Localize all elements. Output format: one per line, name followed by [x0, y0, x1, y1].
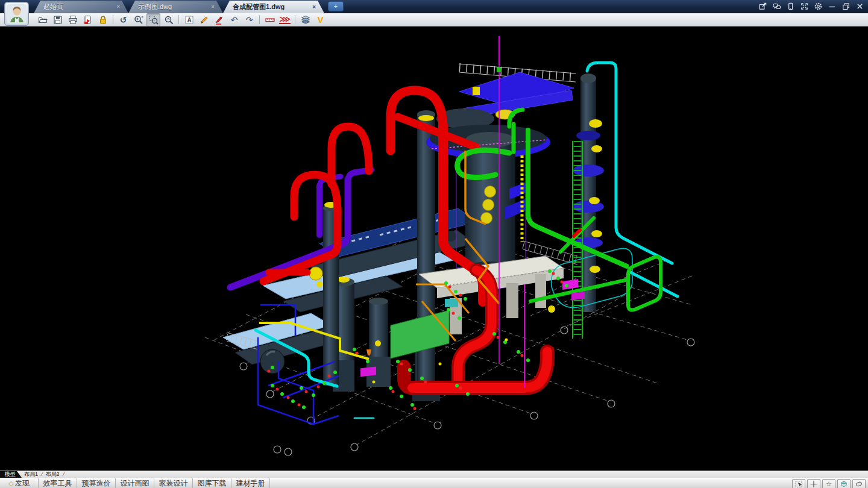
export-pdf-button[interactable]	[81, 13, 95, 27]
pencil-markup-button[interactable]	[197, 13, 211, 27]
tab-close-icon[interactable]: ×	[312, 4, 316, 10]
tab-start-page[interactable]: 起始页 ×	[34, 1, 128, 13]
menu-item-home-design[interactable]: 家装设计	[154, 478, 193, 488]
menu-item-discover[interactable]: ◇发现	[0, 478, 39, 488]
layout-tab-layout1[interactable]: 布局1	[22, 471, 40, 478]
avatar-person-icon	[7, 4, 27, 23]
layers-button[interactable]	[298, 13, 312, 27]
chat-icon[interactable]	[772, 1, 781, 11]
toolbar-separator	[259, 15, 260, 24]
toolbar-separator	[178, 15, 179, 24]
mobile-icon[interactable]	[785, 1, 795, 11]
fast-forward-button[interactable]: ⋙	[278, 13, 292, 27]
tab-close-icon[interactable]: ×	[211, 4, 215, 10]
measure-button[interactable]	[263, 13, 277, 27]
fast-forward-icon: ⋙	[279, 15, 291, 24]
minimize-icon[interactable]	[827, 1, 837, 11]
undo-icon: ↶	[231, 16, 238, 24]
select-cursor-icon[interactable]	[792, 479, 805, 488]
tab-label: 起始页	[43, 2, 63, 11]
menu-item-design-drawing[interactable]: 设计画图	[116, 478, 154, 488]
close-icon[interactable]	[855, 1, 864, 11]
menu-item-efficiency-tools[interactable]: 效率工具	[39, 478, 77, 488]
restore-icon[interactable]	[841, 1, 851, 11]
star-icon[interactable]: ☆	[822, 479, 835, 488]
tab-sample-dwg[interactable]: 示例图.dwg ×	[128, 1, 223, 13]
titlebar: 起始页 × 示例图.dwg × 合成配管图1.dwg × +	[0, 0, 868, 13]
zoom-window-button[interactable]	[146, 13, 160, 27]
svg-text:A: A	[187, 17, 191, 23]
print-button[interactable]	[66, 13, 80, 27]
new-tab-button[interactable]: +	[328, 1, 344, 11]
redo-button[interactable]: ↷	[242, 13, 256, 27]
fullscreen-icon[interactable]	[799, 1, 809, 11]
cube-3d-icon[interactable]	[837, 479, 851, 488]
tab-close-icon[interactable]: ×	[116, 4, 120, 10]
cad-viewer-window: 起始页 × 示例图.dwg × 合成配管图1.dwg × +	[0, 0, 868, 488]
share-icon[interactable]	[758, 1, 767, 11]
layout-tab-layout2[interactable]: 布局2	[43, 471, 62, 478]
orbit-icon: ↺	[120, 16, 127, 24]
svg-text:±: ±	[141, 15, 143, 19]
menu-item-gallery-download[interactable]: 图库下载	[193, 478, 231, 488]
tab-label: 合成配管图1.dwg	[233, 2, 285, 11]
model-viewport[interactable]	[0, 27, 868, 471]
open-file-button[interactable]	[36, 13, 49, 27]
tab-piping-dwg[interactable]: 合成配管图1.dwg ×	[223, 1, 324, 13]
star-glyph: ☆	[826, 481, 832, 487]
lasso-icon[interactable]	[852, 479, 866, 488]
toolbar: ↺ ± A ↶ ↷ ⋙	[0, 13, 868, 27]
layout-tab-model[interactable]: 模型	[0, 471, 22, 478]
brand-v-icon: V	[317, 15, 323, 24]
zoom-extents-button[interactable]	[162, 13, 175, 27]
text-annotate-button[interactable]: A	[182, 13, 196, 27]
undo-button[interactable]: ↶	[227, 13, 241, 27]
zoom-in-out-button[interactable]: ±	[131, 13, 145, 27]
document-tabs: 起始页 × 示例图.dwg × 合成配管图1.dwg × +	[34, 0, 344, 13]
toolbar-separator	[295, 15, 295, 24]
green-panel	[391, 310, 449, 358]
redo-icon: ↷	[246, 16, 253, 24]
toolbar-separator	[113, 15, 113, 24]
menu-item-label: 发现	[15, 479, 30, 487]
brand-v-button[interactable]: V	[313, 13, 327, 27]
pen-markup-button[interactable]	[212, 13, 226, 27]
lock-button[interactable]	[96, 13, 110, 27]
menu-item-materials-handbook[interactable]: 建材手册	[231, 478, 270, 488]
user-avatar-button[interactable]	[4, 2, 29, 26]
diamond-icon: ◇	[8, 480, 13, 487]
window-controls	[758, 1, 864, 11]
status-toggle-icons: ☆	[792, 479, 866, 488]
tab-label: 示例图.dwg	[138, 2, 172, 11]
bottom-menu-bar: ◇发现 效率工具 预算造价 设计画图 家装设计 图库下载 建材手册 ☆	[0, 478, 868, 488]
crosshair-icon[interactable]	[807, 479, 820, 488]
settings-icon[interactable]	[813, 1, 823, 11]
top-deck	[436, 64, 576, 129]
save-button[interactable]	[51, 13, 64, 27]
layout-tab-bar: 模型 布局1 / 布局2 /	[0, 471, 868, 478]
model-canvas[interactable]	[0, 27, 868, 471]
menu-item-budget-pricing[interactable]: 预算造价	[77, 478, 116, 488]
orbit-button[interactable]: ↺	[116, 13, 130, 27]
